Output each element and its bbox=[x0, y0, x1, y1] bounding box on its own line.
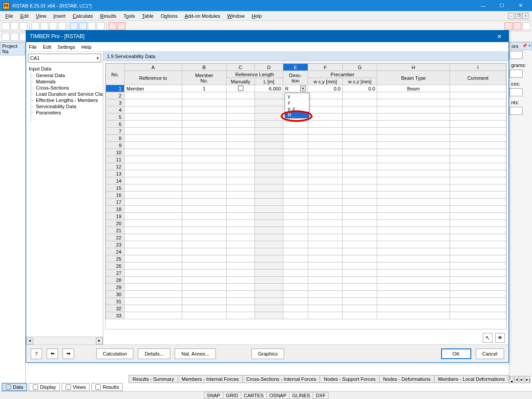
checkbox-icon[interactable] bbox=[238, 86, 243, 91]
empty-cell[interactable] bbox=[227, 262, 255, 270]
empty-cell[interactable] bbox=[255, 241, 283, 248]
right-panel-field[interactable] bbox=[509, 51, 523, 59]
col-header-no[interactable]: No. bbox=[106, 64, 125, 85]
empty-cell[interactable] bbox=[125, 106, 182, 113]
empty-cell[interactable] bbox=[377, 241, 450, 248]
empty-cell[interactable] bbox=[255, 177, 283, 184]
toolbar-icon[interactable] bbox=[2, 22, 10, 30]
empty-cell[interactable] bbox=[377, 163, 450, 170]
row-number[interactable]: 14 bbox=[106, 177, 125, 184]
empty-cell[interactable] bbox=[227, 227, 255, 234]
table-row[interactable]: 1 Member 1 6.000 R▼ 0.0 0.0 Beam bbox=[106, 85, 506, 92]
tree-item-load-duration[interactable]: Load Duration and Service Class bbox=[26, 91, 103, 97]
empty-cell[interactable] bbox=[227, 213, 255, 220]
empty-cell[interactable] bbox=[450, 135, 506, 142]
empty-cell[interactable] bbox=[450, 277, 506, 284]
empty-cell[interactable] bbox=[283, 305, 308, 312]
empty-cell[interactable] bbox=[343, 262, 377, 270]
dialog-menu-edit[interactable]: Edit bbox=[43, 44, 51, 50]
tree-root[interactable]: Input Data bbox=[26, 65, 103, 72]
table-row[interactable]: 32 bbox=[106, 305, 506, 312]
table-row[interactable]: 7 bbox=[106, 128, 506, 135]
row-number[interactable]: 15 bbox=[106, 184, 125, 192]
empty-cell[interactable] bbox=[283, 184, 308, 192]
empty-cell[interactable] bbox=[450, 149, 506, 156]
table-row[interactable]: 22 bbox=[106, 234, 506, 241]
empty-cell[interactable] bbox=[125, 206, 182, 213]
empty-cell[interactable] bbox=[182, 170, 227, 177]
empty-cell[interactable] bbox=[182, 113, 227, 121]
empty-cell[interactable] bbox=[227, 177, 255, 184]
empty-cell[interactable] bbox=[283, 270, 308, 277]
tab-members-internal-forces[interactable]: Members - Internal Forces bbox=[178, 375, 243, 383]
empty-cell[interactable] bbox=[308, 149, 343, 156]
row-number[interactable]: 19 bbox=[106, 213, 125, 220]
row-number[interactable]: 22 bbox=[106, 234, 125, 241]
empty-cell[interactable] bbox=[450, 142, 506, 149]
empty-cell[interactable] bbox=[450, 220, 506, 227]
empty-cell[interactable] bbox=[182, 177, 227, 184]
empty-cell[interactable] bbox=[343, 284, 377, 291]
row-number[interactable]: 5 bbox=[106, 113, 125, 121]
empty-cell[interactable] bbox=[283, 291, 308, 298]
toolbar-icon[interactable] bbox=[513, 22, 521, 30]
empty-cell[interactable] bbox=[283, 227, 308, 234]
cell-beam-type[interactable]: Beam bbox=[377, 85, 450, 92]
table-row[interactable]: 33 bbox=[106, 312, 506, 319]
empty-cell[interactable] bbox=[343, 234, 377, 241]
empty-cell[interactable] bbox=[255, 184, 283, 192]
empty-cell[interactable] bbox=[227, 284, 255, 291]
menu-tools[interactable]: Tools bbox=[120, 12, 138, 20]
empty-cell[interactable] bbox=[182, 277, 227, 284]
empty-cell[interactable] bbox=[377, 248, 450, 255]
empty-cell[interactable] bbox=[308, 270, 343, 277]
empty-cell[interactable] bbox=[308, 234, 343, 241]
toolbar-icon[interactable] bbox=[522, 22, 530, 30]
status-dxf[interactable]: DXF bbox=[313, 392, 329, 399]
tree-item-parameters[interactable]: Parameters bbox=[26, 110, 103, 116]
empty-cell[interactable] bbox=[377, 270, 450, 277]
empty-cell[interactable] bbox=[308, 312, 343, 319]
empty-cell[interactable] bbox=[125, 142, 182, 149]
empty-cell[interactable] bbox=[255, 128, 283, 135]
empty-cell[interactable] bbox=[450, 163, 506, 170]
row-number[interactable]: 32 bbox=[106, 305, 125, 312]
case-combobox[interactable]: CA1 bbox=[28, 54, 101, 63]
empty-cell[interactable] bbox=[125, 312, 182, 319]
row-number[interactable]: 13 bbox=[106, 170, 125, 177]
direction-dropdown[interactable]: y z y, z R bbox=[285, 93, 309, 118]
empty-cell[interactable] bbox=[255, 262, 283, 270]
table-row[interactable]: 9 bbox=[106, 142, 506, 149]
direction-option-yz[interactable]: y, z bbox=[285, 106, 309, 112]
tab-results-summary[interactable]: Results - Summary bbox=[129, 375, 178, 383]
direction-option-R[interactable]: R bbox=[285, 112, 309, 118]
empty-cell[interactable] bbox=[182, 262, 227, 270]
empty-cell[interactable] bbox=[182, 270, 227, 277]
empty-cell[interactable] bbox=[227, 248, 255, 255]
empty-cell[interactable] bbox=[343, 298, 377, 305]
empty-cell[interactable] bbox=[283, 149, 308, 156]
menu-view[interactable]: View bbox=[32, 12, 50, 20]
scroll-left-icon[interactable]: ◄ bbox=[26, 337, 33, 344]
menu-help[interactable]: Help bbox=[248, 12, 266, 20]
empty-cell[interactable] bbox=[343, 156, 377, 163]
empty-cell[interactable] bbox=[182, 199, 227, 206]
menu-table[interactable]: Table bbox=[138, 12, 157, 20]
row-number[interactable]: 25 bbox=[106, 255, 125, 262]
empty-cell[interactable] bbox=[283, 284, 308, 291]
view-tab-display[interactable]: Display bbox=[29, 383, 60, 391]
tree-hscrollbar[interactable]: ◄ ► bbox=[26, 336, 103, 344]
empty-cell[interactable] bbox=[125, 113, 182, 121]
empty-cell[interactable] bbox=[283, 192, 308, 199]
chevron-down-icon[interactable]: ▼ bbox=[300, 86, 306, 91]
empty-cell[interactable] bbox=[308, 220, 343, 227]
empty-cell[interactable] bbox=[283, 135, 308, 142]
empty-cell[interactable] bbox=[308, 255, 343, 262]
empty-cell[interactable] bbox=[182, 99, 227, 106]
menu-addon-modules[interactable]: Add-on Modules bbox=[181, 12, 223, 20]
empty-cell[interactable] bbox=[255, 234, 283, 241]
toolbar-icon[interactable] bbox=[97, 22, 105, 30]
view-icon[interactable]: 👁 bbox=[495, 333, 505, 343]
empty-cell[interactable] bbox=[227, 128, 255, 135]
row-number[interactable]: 12 bbox=[106, 163, 125, 170]
